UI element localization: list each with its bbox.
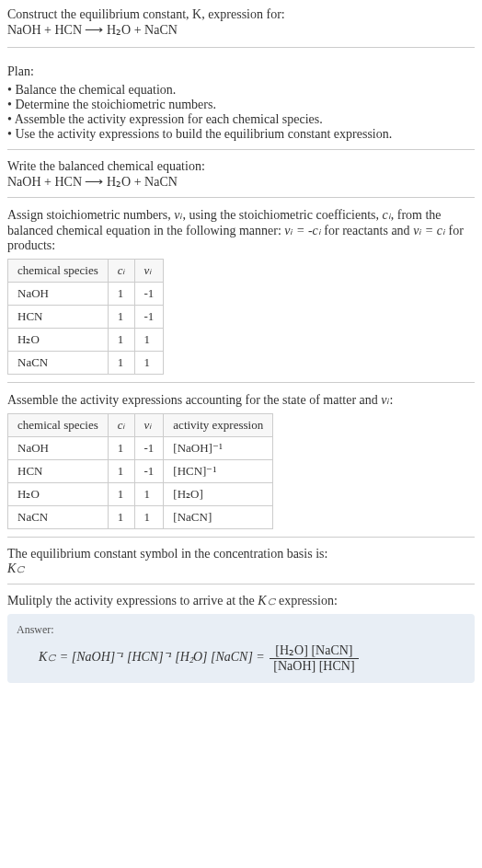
table-row: NaCN 1 1 [NaCN] bbox=[8, 506, 273, 529]
balanced-equation: NaOH + HCN ⟶ H₂O + NaCN bbox=[7, 174, 475, 190]
nu-cell: 1 bbox=[134, 352, 164, 375]
answer-label: Answer: bbox=[17, 623, 465, 637]
answer-lhs: K𝚌 = [NaOH]⁻¹ [HCN]⁻¹ [H₂O] [NaCN] = bbox=[39, 650, 268, 664]
activity-intro: Assemble the activity expressions accoun… bbox=[7, 392, 475, 408]
header-block: Construct the equilibrium constant, K, e… bbox=[7, 7, 475, 48]
col-nu: νᵢ bbox=[134, 260, 164, 283]
col-ci: cᵢ bbox=[108, 414, 134, 437]
ci-cell: 1 bbox=[108, 352, 134, 375]
fraction-numerator: [H₂O] [NaCN] bbox=[270, 642, 358, 659]
nu-cell: 1 bbox=[134, 329, 164, 352]
species-cell: NaOH bbox=[8, 437, 109, 460]
table-header-row: chemical species cᵢ νᵢ bbox=[8, 260, 164, 283]
table-row: H₂O 1 1 bbox=[8, 329, 164, 352]
expr-cell: [NaOH]⁻¹ bbox=[164, 437, 273, 460]
rel2: νᵢ = cᵢ bbox=[413, 224, 445, 237]
stoich-text: Assign stoichiometric numbers, bbox=[7, 208, 174, 222]
symbol-line: The equilibrium constant symbol in the c… bbox=[7, 547, 475, 561]
stoich-text: , using the stoichiometric coefficients, bbox=[182, 208, 382, 222]
activity-section: Assemble the activity expressions accoun… bbox=[7, 385, 475, 538]
nu-cell: -1 bbox=[134, 283, 164, 306]
header-equation: NaOH + HCN ⟶ H₂O + NaCN bbox=[7, 22, 475, 38]
symbol-kc: K𝚌 bbox=[7, 561, 475, 576]
plan-item: Balance the chemical equation. bbox=[7, 83, 475, 98]
table-row: HCN 1 -1 bbox=[8, 306, 164, 329]
plan-item: Assemble the activity expression for eac… bbox=[7, 112, 475, 127]
table-row: H₂O 1 1 [H₂O] bbox=[8, 483, 273, 506]
plan-section: Plan: Balance the chemical equation. Det… bbox=[7, 57, 475, 150]
nu-cell: -1 bbox=[134, 306, 164, 329]
stoich-section: Assign stoichiometric numbers, νᵢ, using… bbox=[7, 200, 475, 383]
answer-block: Answer: K𝚌 = [NaOH]⁻¹ [HCN]⁻¹ [H₂O] [NaC… bbox=[7, 614, 475, 683]
ci-cell: 1 bbox=[108, 437, 134, 460]
symbol-section: The equilibrium constant symbol in the c… bbox=[7, 539, 475, 584]
fraction-denominator: [NaOH] [HCN] bbox=[270, 659, 358, 674]
col-expr: activity expression bbox=[164, 414, 273, 437]
stoich-intro: Assign stoichiometric numbers, νᵢ, using… bbox=[7, 207, 475, 253]
ci-cell: 1 bbox=[108, 460, 134, 483]
stoich-text: for reactants and bbox=[321, 224, 413, 237]
table-header-row: chemical species cᵢ νᵢ activity expressi… bbox=[8, 414, 273, 437]
nu-cell: -1 bbox=[134, 437, 164, 460]
balanced-section: Write the balanced chemical equation: Na… bbox=[7, 152, 475, 198]
species-cell: HCN bbox=[8, 460, 109, 483]
col-nu: νᵢ bbox=[134, 414, 164, 437]
answer-fraction: [H₂O] [NaCN] [NaOH] [HCN] bbox=[270, 642, 358, 674]
species-cell: H₂O bbox=[8, 329, 109, 352]
plan-item: Use the activity expressions to build th… bbox=[7, 127, 475, 142]
kc-symbol: K𝚌 bbox=[258, 594, 275, 608]
col-ci: cᵢ bbox=[108, 260, 134, 283]
multiply-text: expression: bbox=[276, 594, 338, 608]
species-cell: NaCN bbox=[8, 352, 109, 375]
rel1: νᵢ = -cᵢ bbox=[284, 224, 321, 237]
expr-cell: [NaCN] bbox=[164, 506, 273, 529]
species-cell: NaOH bbox=[8, 283, 109, 306]
activity-text: Assemble the activity expressions accoun… bbox=[7, 393, 381, 407]
multiply-line: Mulitply the activity expressions to arr… bbox=[7, 594, 475, 608]
ci-cell: 1 bbox=[108, 283, 134, 306]
expr-cell: [HCN]⁻¹ bbox=[164, 460, 273, 483]
ci-symbol: cᵢ bbox=[383, 208, 391, 222]
species-cell: HCN bbox=[8, 306, 109, 329]
activity-text: : bbox=[390, 393, 394, 407]
col-species: chemical species bbox=[8, 414, 109, 437]
ci-cell: 1 bbox=[108, 329, 134, 352]
table-row: NaCN 1 1 bbox=[8, 352, 164, 375]
multiply-section: Mulitply the activity expressions to arr… bbox=[7, 586, 475, 683]
species-cell: H₂O bbox=[8, 483, 109, 506]
header-line1: Construct the equilibrium constant, K, e… bbox=[7, 7, 475, 22]
table-row: NaOH 1 -1 [NaOH]⁻¹ bbox=[8, 437, 273, 460]
plan-title: Plan: bbox=[7, 64, 475, 79]
nu-symbol: νᵢ bbox=[381, 393, 389, 407]
ci-cell: 1 bbox=[108, 506, 134, 529]
nu-cell: 1 bbox=[134, 483, 164, 506]
header-text: Construct the equilibrium constant, K, e… bbox=[7, 7, 285, 21]
expr-cell: [H₂O] bbox=[164, 483, 273, 506]
ci-cell: 1 bbox=[108, 306, 134, 329]
activity-table: chemical species cᵢ νᵢ activity expressi… bbox=[7, 413, 273, 529]
plan-list: Balance the chemical equation. Determine… bbox=[7, 83, 475, 142]
table-row: NaOH 1 -1 bbox=[8, 283, 164, 306]
species-cell: NaCN bbox=[8, 506, 109, 529]
nu-cell: 1 bbox=[134, 506, 164, 529]
multiply-text: Mulitply the activity expressions to arr… bbox=[7, 594, 258, 608]
plan-item: Determine the stoichiometric numbers. bbox=[7, 98, 475, 112]
col-species: chemical species bbox=[8, 260, 109, 283]
stoich-table: chemical species cᵢ νᵢ NaOH 1 -1 HCN 1 -… bbox=[7, 259, 164, 375]
answer-expression: K𝚌 = [NaOH]⁻¹ [HCN]⁻¹ [H₂O] [NaCN] = [H₂… bbox=[17, 642, 465, 674]
nu-cell: -1 bbox=[134, 460, 164, 483]
balanced-title: Write the balanced chemical equation: bbox=[7, 159, 475, 174]
table-row: HCN 1 -1 [HCN]⁻¹ bbox=[8, 460, 273, 483]
ci-cell: 1 bbox=[108, 483, 134, 506]
